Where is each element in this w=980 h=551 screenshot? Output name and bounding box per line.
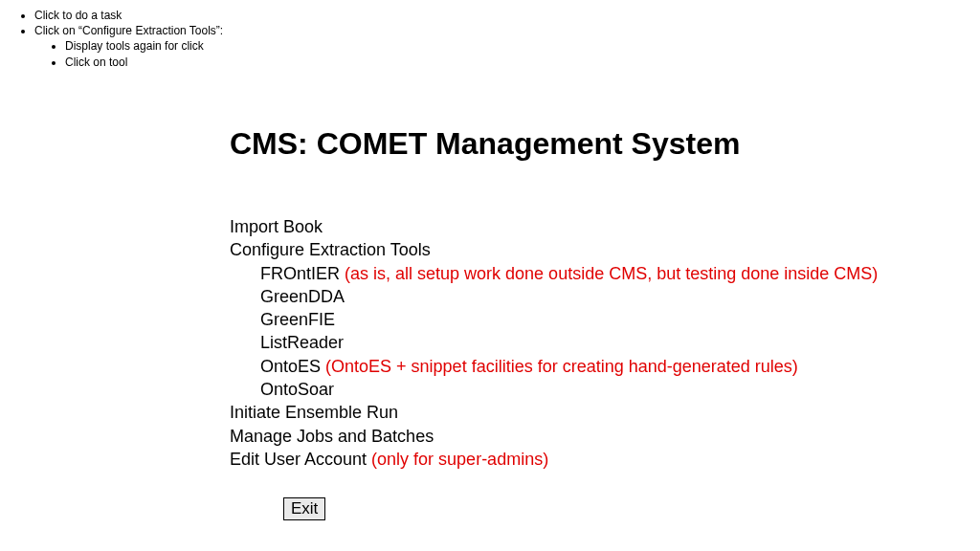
presenter-notes: Click to do a task Click on “Configure E… <box>19 8 223 70</box>
menu-configure-extraction-tools[interactable]: Configure Extraction Tools <box>230 238 878 261</box>
tool-frontier[interactable]: FROntIER (as is, all setup work done out… <box>260 262 878 285</box>
menu-manage-jobs-batches[interactable]: Manage Jobs and Batches <box>230 425 878 448</box>
menu-label: Edit User Account <box>230 450 367 469</box>
tools-submenu: FROntIER (as is, all setup work done out… <box>230 262 878 402</box>
menu-note: (only for super-admins) <box>367 450 548 469</box>
menu-edit-user-account[interactable]: Edit User Account (only for super-admins… <box>230 448 878 471</box>
note-line: Click to do a task <box>34 8 223 23</box>
tool-greenfie[interactable]: GreenFIE <box>260 308 878 331</box>
tool-ontoes[interactable]: OntoES (OntoES + snippet facilities for … <box>260 355 878 378</box>
menu-initiate-ensemble-run[interactable]: Initiate Ensemble Run <box>230 401 878 424</box>
tool-note: (as is, all setup work done outside CMS,… <box>340 264 878 283</box>
note-subline: Click on tool <box>65 55 223 70</box>
tool-ontosoar[interactable]: OntoSoar <box>260 378 878 401</box>
exit-button[interactable]: Exit <box>283 497 325 520</box>
note-subline: Display tools again for click <box>65 38 223 54</box>
tool-note: (OntoES + snippet facilities for creatin… <box>321 357 798 376</box>
main-menu: Import Book Configure Extraction Tools F… <box>230 215 878 471</box>
page-title: CMS: COMET Management System <box>230 126 740 162</box>
menu-import-book[interactable]: Import Book <box>230 215 878 238</box>
tool-label: OntoES <box>260 357 321 376</box>
tool-label: FROntIER <box>260 264 340 283</box>
note-text: Click on “Configure Extraction Tools”: <box>34 24 223 37</box>
tool-greendda[interactable]: GreenDDA <box>260 285 878 308</box>
tool-listreader[interactable]: ListReader <box>260 331 878 354</box>
note-line: Click on “Configure Extraction Tools”: D… <box>34 23 223 70</box>
